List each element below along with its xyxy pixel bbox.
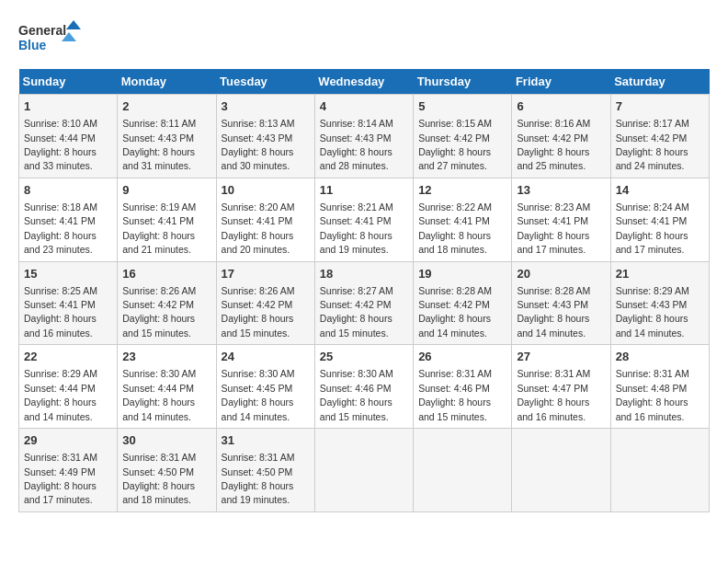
day-header-tuesday: Tuesday xyxy=(216,69,314,95)
day-header-wednesday: Wednesday xyxy=(314,69,413,95)
calendar-cell: 8Sunrise: 8:18 AMSunset: 4:41 PMDaylight… xyxy=(19,178,118,261)
svg-marker-2 xyxy=(66,20,81,29)
day-number: 10 xyxy=(222,182,310,199)
calendar-cell xyxy=(314,429,413,512)
calendar-cell: 22Sunrise: 8:29 AMSunset: 4:44 PMDayligh… xyxy=(19,345,118,429)
calendar-cell: 24Sunrise: 8:30 AMSunset: 4:45 PMDayligh… xyxy=(216,345,314,429)
calendar-cell: 17Sunrise: 8:26 AMSunset: 4:42 PMDayligh… xyxy=(216,261,314,345)
day-info: Sunrise: 8:31 AMSunset: 4:47 PMDaylight:… xyxy=(517,368,590,421)
calendar-cell xyxy=(512,429,610,512)
day-number: 8 xyxy=(24,182,112,199)
day-info: Sunrise: 8:15 AMSunset: 4:42 PMDaylight:… xyxy=(418,118,492,171)
calendar-cell: 16Sunrise: 8:26 AMSunset: 4:42 PMDayligh… xyxy=(118,261,216,345)
day-info: Sunrise: 8:29 AMSunset: 4:44 PMDaylight:… xyxy=(24,368,97,421)
day-number: 6 xyxy=(517,98,605,115)
calendar-cell: 2Sunrise: 8:11 AMSunset: 4:43 PMDaylight… xyxy=(118,95,216,178)
calendar-week-5: 29Sunrise: 8:31 AMSunset: 4:49 PMDayligh… xyxy=(19,429,710,512)
day-number: 21 xyxy=(616,266,704,282)
day-info: Sunrise: 8:30 AMSunset: 4:44 PMDaylight:… xyxy=(122,368,196,421)
day-number: 9 xyxy=(122,182,210,199)
calendar-cell: 31Sunrise: 8:31 AMSunset: 4:50 PMDayligh… xyxy=(216,429,314,512)
calendar-week-4: 22Sunrise: 8:29 AMSunset: 4:44 PMDayligh… xyxy=(19,345,710,429)
day-number: 22 xyxy=(24,349,112,365)
calendar-cell xyxy=(610,429,709,512)
calendar-cell: 25Sunrise: 8:30 AMSunset: 4:46 PMDayligh… xyxy=(314,345,413,429)
calendar-cell: 3Sunrise: 8:13 AMSunset: 4:43 PMDaylight… xyxy=(216,95,314,178)
calendar-header-row: SundayMondayTuesdayWednesdayThursdayFrid… xyxy=(19,69,710,95)
calendar-week-1: 1Sunrise: 8:10 AMSunset: 4:44 PMDaylight… xyxy=(19,95,710,178)
day-number: 4 xyxy=(320,98,408,115)
calendar-cell: 5Sunrise: 8:15 AMSunset: 4:42 PMDaylight… xyxy=(414,95,512,178)
day-info: Sunrise: 8:17 AMSunset: 4:42 PMDaylight:… xyxy=(616,118,689,171)
calendar-cell: 21Sunrise: 8:29 AMSunset: 4:43 PMDayligh… xyxy=(610,261,709,345)
calendar-cell: 30Sunrise: 8:31 AMSunset: 4:50 PMDayligh… xyxy=(118,429,216,512)
calendar-cell: 12Sunrise: 8:22 AMSunset: 4:41 PMDayligh… xyxy=(414,178,512,261)
day-info: Sunrise: 8:31 AMSunset: 4:46 PMDaylight:… xyxy=(418,368,492,421)
day-info: Sunrise: 8:14 AMSunset: 4:43 PMDaylight:… xyxy=(320,118,393,171)
svg-text:Blue: Blue xyxy=(18,38,47,52)
day-info: Sunrise: 8:16 AMSunset: 4:42 PMDaylight:… xyxy=(517,118,590,171)
day-number: 17 xyxy=(222,266,310,282)
day-number: 15 xyxy=(24,266,112,282)
day-header-thursday: Thursday xyxy=(414,69,512,95)
day-info: Sunrise: 8:25 AMSunset: 4:41 PMDaylight:… xyxy=(24,285,97,339)
day-number: 13 xyxy=(517,182,605,199)
day-number: 25 xyxy=(320,349,408,365)
day-info: Sunrise: 8:30 AMSunset: 4:45 PMDaylight:… xyxy=(222,368,295,421)
day-number: 26 xyxy=(418,349,506,365)
day-info: Sunrise: 8:24 AMSunset: 4:41 PMDaylight:… xyxy=(616,201,689,255)
day-info: Sunrise: 8:18 AMSunset: 4:41 PMDaylight:… xyxy=(24,201,97,255)
day-number: 7 xyxy=(616,98,704,115)
day-number: 14 xyxy=(616,182,704,199)
calendar-cell: 18Sunrise: 8:27 AMSunset: 4:42 PMDayligh… xyxy=(314,261,413,345)
day-info: Sunrise: 8:31 AMSunset: 4:49 PMDaylight:… xyxy=(24,452,97,505)
day-info: Sunrise: 8:11 AMSunset: 4:43 PMDaylight:… xyxy=(122,118,196,171)
calendar-cell: 6Sunrise: 8:16 AMSunset: 4:42 PMDaylight… xyxy=(512,95,610,178)
day-number: 28 xyxy=(616,349,704,365)
svg-text:General: General xyxy=(18,23,66,38)
calendar-cell: 26Sunrise: 8:31 AMSunset: 4:46 PMDayligh… xyxy=(414,345,512,429)
day-number: 27 xyxy=(517,349,605,365)
day-info: Sunrise: 8:28 AMSunset: 4:43 PMDaylight:… xyxy=(517,285,590,339)
calendar-cell: 13Sunrise: 8:23 AMSunset: 4:41 PMDayligh… xyxy=(512,178,610,261)
calendar-cell: 15Sunrise: 8:25 AMSunset: 4:41 PMDayligh… xyxy=(19,261,118,345)
day-number: 29 xyxy=(24,432,112,449)
day-header-monday: Monday xyxy=(118,69,216,95)
logo-svg: General Blue xyxy=(18,18,83,60)
calendar-cell: 10Sunrise: 8:20 AMSunset: 4:41 PMDayligh… xyxy=(216,178,314,261)
calendar-table: SundayMondayTuesdayWednesdayThursdayFrid… xyxy=(18,69,710,512)
calendar-cell: 7Sunrise: 8:17 AMSunset: 4:42 PMDaylight… xyxy=(610,95,709,178)
day-header-saturday: Saturday xyxy=(610,69,709,95)
day-info: Sunrise: 8:26 AMSunset: 4:42 PMDaylight:… xyxy=(222,285,295,339)
calendar-cell xyxy=(414,429,512,512)
day-number: 24 xyxy=(222,349,310,365)
day-info: Sunrise: 8:27 AMSunset: 4:42 PMDaylight:… xyxy=(320,285,393,339)
calendar-week-2: 8Sunrise: 8:18 AMSunset: 4:41 PMDaylight… xyxy=(19,178,710,261)
day-info: Sunrise: 8:30 AMSunset: 4:46 PMDaylight:… xyxy=(320,368,393,421)
calendar-cell: 9Sunrise: 8:19 AMSunset: 4:41 PMDaylight… xyxy=(118,178,216,261)
day-info: Sunrise: 8:29 AMSunset: 4:43 PMDaylight:… xyxy=(616,285,689,339)
day-info: Sunrise: 8:26 AMSunset: 4:42 PMDaylight:… xyxy=(122,285,196,339)
day-info: Sunrise: 8:31 AMSunset: 4:48 PMDaylight:… xyxy=(616,368,689,421)
day-info: Sunrise: 8:31 AMSunset: 4:50 PMDaylight:… xyxy=(122,452,196,505)
calendar-body: 1Sunrise: 8:10 AMSunset: 4:44 PMDaylight… xyxy=(19,95,710,512)
day-number: 5 xyxy=(418,98,506,115)
day-info: Sunrise: 8:21 AMSunset: 4:41 PMDaylight:… xyxy=(320,201,393,255)
calendar-cell: 19Sunrise: 8:28 AMSunset: 4:42 PMDayligh… xyxy=(414,261,512,345)
day-number: 16 xyxy=(122,266,210,282)
calendar-cell: 4Sunrise: 8:14 AMSunset: 4:43 PMDaylight… xyxy=(314,95,413,178)
day-header-sunday: Sunday xyxy=(19,69,118,95)
day-info: Sunrise: 8:22 AMSunset: 4:41 PMDaylight:… xyxy=(418,201,492,255)
day-info: Sunrise: 8:10 AMSunset: 4:44 PMDaylight:… xyxy=(24,118,97,171)
calendar-cell: 23Sunrise: 8:30 AMSunset: 4:44 PMDayligh… xyxy=(118,345,216,429)
day-header-friday: Friday xyxy=(512,69,610,95)
calendar-cell: 14Sunrise: 8:24 AMSunset: 4:41 PMDayligh… xyxy=(610,178,709,261)
day-number: 11 xyxy=(320,182,408,199)
day-number: 2 xyxy=(122,98,210,115)
calendar-cell: 20Sunrise: 8:28 AMSunset: 4:43 PMDayligh… xyxy=(512,261,610,345)
calendar-cell: 29Sunrise: 8:31 AMSunset: 4:49 PMDayligh… xyxy=(19,429,118,512)
header: General Blue xyxy=(18,18,710,60)
day-number: 3 xyxy=(222,98,310,115)
day-info: Sunrise: 8:31 AMSunset: 4:50 PMDaylight:… xyxy=(222,452,295,505)
day-number: 12 xyxy=(418,182,506,199)
